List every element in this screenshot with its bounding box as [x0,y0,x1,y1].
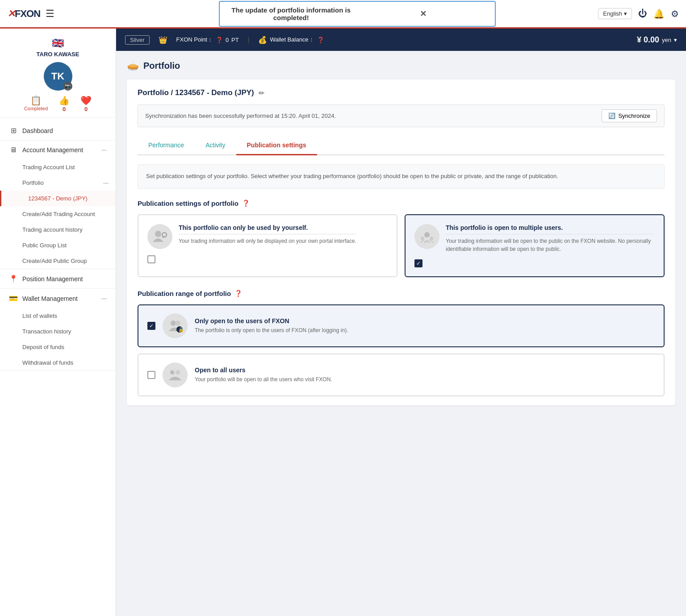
sidebar-item-transaction-history[interactable]: Transaction history [0,324,116,339]
gear-icon[interactable]: ⚙ [671,8,679,19]
sidebar-item-label: Wallet Management [22,295,78,302]
portfolio-icon: 🥧 [127,60,139,71]
sidebar-item-public-group-list[interactable]: Public Group List [0,237,116,253]
public-option-icon [414,224,439,249]
option-card-public[interactable]: This portfolio is open to multiple users… [405,214,665,277]
logo-text: FXON [15,8,40,19]
fxon-users-checkbox[interactable]: ✓ [147,322,155,330]
svg-point-6 [175,320,180,326]
fxon-users-title: Only open to the users of FXON [195,317,348,325]
fxon-point-label: FXON Point： [176,36,213,44]
top-nav: ✕FXON ☰ The update of portfolio informat… [0,0,686,29]
wallet-chevron-icon[interactable]: ▾ [674,37,677,43]
range-card-fxon-users[interactable]: ✓ 🔒 Only open to th [138,304,665,347]
option-card-private[interactable]: This portfolio can only be used by yours… [138,214,397,277]
user-name: TARO KAWASE [4,51,111,58]
stat-hearts: ❤️ 0 [80,95,92,112]
option-card-public-top: This portfolio is open to multiple users… [414,224,655,253]
sidebar-item-1234567-demo[interactable]: 1234567 - Demo (JPY) [0,191,116,206]
page-header: 🥧 Portfolio [127,60,675,71]
sync-bar: Synchronization has been successfully pe… [138,104,665,127]
range-card-all-users[interactable]: Open to all users Your portfolio will be… [138,354,665,396]
notification-close-icon[interactable]: ✕ [361,9,486,19]
fxon-point-unit: PT [231,37,239,43]
private-option-icon [147,224,172,249]
tab-publication-settings[interactable]: Publication settings [236,136,317,155]
all-users-desc: Your portfolio will be open to all the u… [195,375,332,383]
camera-icon[interactable]: 📷 [63,82,72,91]
sidebar-item-label: Dashboard [22,127,53,134]
wallet-amount-display: ¥ 0.00 yen ▾ [637,35,677,45]
public-option-title: This portfolio is open to multiple users… [446,224,655,231]
sidebar-item-account-management[interactable]: 🖥 Account Management — [0,141,116,159]
wallet-unit: yen [662,37,671,43]
sidebar-item-dashboard[interactable]: ⊞ Dashboard [0,121,116,140]
wallet-icon: 💳 [9,294,18,303]
sidebar-item-trading-account-list[interactable]: Trading Account List [0,159,116,175]
fxon-point: FXON Point： ❓ 0 PT [176,36,239,44]
all-users-checkbox-left [147,371,155,379]
help-icon-2[interactable]: ❓ [317,37,324,43]
synchronize-button[interactable]: 🔄 Synchronize [602,109,657,122]
pub-settings-section: Publication settings of portfolio ❓ [138,200,665,207]
fxon-users-icon: 🔒 [163,313,188,338]
sidebar-item-portfolio[interactable]: Portfolio — [0,175,116,191]
sidebar-item-trading-account-history[interactable]: Trading account history [0,222,116,237]
language-selector[interactable]: English ▾ [598,8,632,19]
sidebar-item-create-add-trading[interactable]: Create/Add Trading Account [0,206,116,222]
hamburger-icon[interactable]: ☰ [46,8,54,20]
sidebar-user: 🇬🇧 TARO KAWASE TK 📷 📋 Completed 👍 0 ❤️ 0 [0,29,116,117]
pub-settings-help-icon[interactable]: ❓ [242,200,250,207]
sidebar-item-deposit-of-funds[interactable]: Deposit of funds [0,339,116,355]
sidebar-item-list-of-wallets[interactable]: List of wallets [0,308,116,324]
sidebar-item-label: Account Management [22,146,83,154]
chevron-down-icon: ▾ [624,10,627,17]
portfolio-title: Portfolio / 1234567 - Demo (JPY) [138,88,254,97]
pub-range-section: Publication range of portfolio ❓ [138,290,665,297]
thumb-up-icon: 👍 [59,95,70,106]
bell-icon[interactable]: 🔔 [653,8,665,19]
all-users-title: Open to all users [195,366,332,374]
sidebar-item-position-management[interactable]: 📍 Position Management [0,269,116,288]
tab-performance[interactable]: Performance [138,136,195,155]
range-cards: ✓ 🔒 Only open to th [138,304,665,396]
sidebar-item-create-add-public-group[interactable]: Create/Add Public Group [0,253,116,269]
wallet-balance: 💰 Wallet Balance： ❓ [258,36,324,44]
fxon-point-value: 0 [226,37,229,43]
page-title: Portfolio [143,61,180,71]
sync-button-label: Synchronize [618,112,650,119]
public-checkbox[interactable]: ✓ [414,259,422,267]
tab-activity[interactable]: Activity [195,136,236,155]
user-flag: 🇬🇧 [4,37,111,49]
sidebar-item-withdrawal-of-funds[interactable]: Withdrawal of funds [0,355,116,370]
power-icon[interactable]: ⏻ [638,8,647,19]
wallet-amount: ¥ 0.00 [637,35,659,45]
private-option-title: This portfolio can only be used by yours… [179,224,356,231]
nav-section-dashboard: ⊞ Dashboard [0,121,116,141]
fxon-users-desc: The portfolio is only open to the users … [195,326,348,334]
public-checkbox-area: ✓ [414,259,655,267]
all-users-icon [163,362,188,387]
stat-likes: 👍 0 [59,95,70,112]
notification-bar: The update of portfolio information is c… [123,1,591,27]
language-label: English [603,10,622,17]
divider: | [248,36,250,43]
public-option-desc: Your trading information will be open to… [446,237,655,253]
all-users-checkbox[interactable] [147,371,155,379]
pub-range-help-icon[interactable]: ❓ [234,290,242,297]
edit-icon[interactable]: ✏ [259,89,264,97]
private-option-desc: Your trading information will only be di… [179,237,356,245]
all-users-text: Open to all users Your portfolio will be… [195,366,332,383]
help-icon[interactable]: ❓ [216,37,223,43]
monitor-icon: 🖥 [9,146,18,154]
private-checkbox[interactable] [147,255,155,263]
top-right-controls: English ▾ ⏻ 🔔 ⚙ [598,8,679,19]
sidebar-item-wallet-management[interactable]: 💳 Wallet Management — [0,289,116,308]
sidebar-item-label: Position Management [22,275,83,283]
sidebar-nav: ⊞ Dashboard 🖥 Account Management — Tradi… [0,117,116,375]
publication-description: Set publication settings of your portfol… [138,164,665,189]
notification-box: The update of portfolio information is c… [219,1,496,27]
tier-badge: Silver [125,35,150,45]
info-bar: Silver 👑 FXON Point： ❓ 0 PT | 💰 Wallet B… [116,29,686,51]
fxon-users-checkbox-left: ✓ [147,322,155,330]
